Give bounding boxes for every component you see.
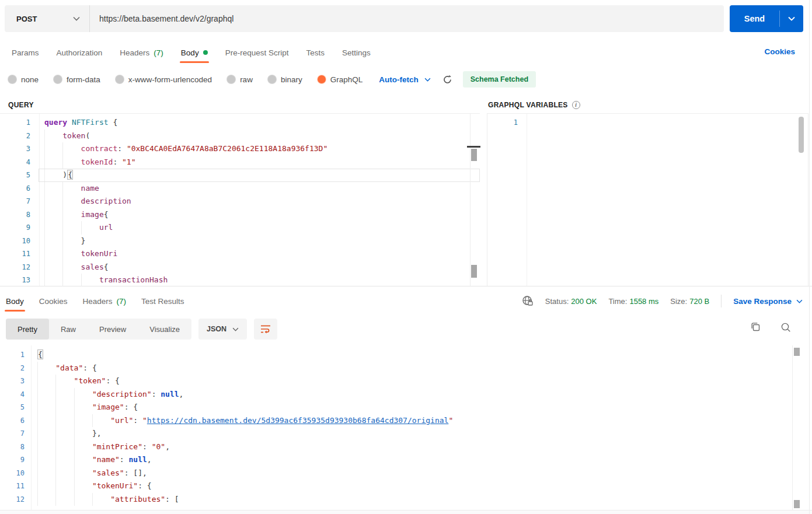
code-token: "url" <box>110 416 133 425</box>
body-mode-form-data[interactable]: form-data <box>54 75 100 84</box>
indent-guide <box>44 156 62 169</box>
response-scrollbar-thumb[interactable] <box>794 500 800 508</box>
cookies-link[interactable]: Cookies <box>764 47 795 56</box>
code-token: transactionHash <box>99 275 168 284</box>
auto-fetch-dropdown[interactable]: Auto-fetch <box>379 75 431 84</box>
refresh-schema-button[interactable] <box>442 75 452 85</box>
body-mode-graphql[interactable]: GraphQL <box>318 75 363 84</box>
indent-guide <box>37 453 55 467</box>
tab-pre-request-script[interactable]: Pre-request Script <box>225 42 289 63</box>
tab-test-results[interactable]: Test Results <box>141 291 184 312</box>
indent-guide <box>44 142 62 156</box>
response-view-toolbar: PrettyRawPreviewVisualize JSON <box>6 319 277 340</box>
tab-body[interactable]: Body <box>181 42 208 63</box>
size-value: 720 B <box>689 297 709 306</box>
horizontal-scrollbar[interactable] <box>0 510 812 514</box>
body-mode-label: none <box>21 75 39 84</box>
code-token: : <box>152 390 161 398</box>
line-number: 6 <box>0 414 30 428</box>
indent-guide <box>37 467 55 480</box>
indent-guide <box>81 221 99 235</box>
view-pretty[interactable]: Pretty <box>6 319 49 340</box>
save-response-button[interactable]: Save Response <box>733 297 803 306</box>
tab-label: Headers <box>83 297 113 306</box>
body-mode-none[interactable]: none <box>8 75 39 84</box>
copy-button[interactable] <box>751 322 761 333</box>
body-mode-label: raw <box>240 75 253 84</box>
wrap-lines-button[interactable] <box>254 319 277 340</box>
code-line: 2"data": { <box>0 362 812 375</box>
tab-body[interactable]: Body <box>6 291 24 312</box>
code-line: 10"sales": [], <box>0 467 812 480</box>
method-dropdown[interactable]: POST <box>5 5 90 32</box>
tab-label: Pre-request Script <box>225 48 289 57</box>
network-lock-icon[interactable] <box>522 295 534 307</box>
indent-guide <box>37 480 55 493</box>
code-token: : { <box>138 481 151 490</box>
code-token: sales <box>81 263 104 271</box>
indent-guide <box>74 440 92 454</box>
code-token: "sales" <box>92 468 124 477</box>
radio-icon <box>8 75 16 83</box>
tab-headers[interactable]: Headers(7) <box>83 291 127 312</box>
code-content: "name": null, <box>30 453 812 467</box>
indent-guide <box>62 247 81 261</box>
send-button[interactable]: Send <box>730 5 803 32</box>
code-content: tokenUri <box>39 247 480 261</box>
send-options-button[interactable] <box>780 16 803 21</box>
code-token: : { <box>83 363 96 372</box>
indent-guide <box>55 414 74 428</box>
code-line: 4tokenId: "1" <box>0 156 480 169</box>
code-token: contract <box>81 144 118 153</box>
query-editor[interactable]: 1query NFTFirst {2token(3contract: "0xBC… <box>0 113 480 286</box>
url-input[interactable]: https://beta.basement.dev/v2/graphql <box>90 14 724 23</box>
response-url-link[interactable]: https://cdn.basement.dev/5d399ac6f35935d… <box>147 416 449 425</box>
tab-settings[interactable]: Settings <box>342 42 371 63</box>
indent-guide <box>37 362 55 375</box>
format-dropdown[interactable]: JSON <box>198 319 247 340</box>
chevron-down-icon <box>232 327 239 331</box>
radio-icon <box>116 75 124 83</box>
line-number: 1 <box>0 116 39 130</box>
response-body-editor[interactable]: 1{2"data": {3"token": {4"description": n… <box>0 345 812 510</box>
size-field: Size:720 B <box>670 297 709 306</box>
code-content: "mintPrice": "0", <box>30 440 812 454</box>
radio-icon <box>318 75 326 83</box>
status-field: Status:200 OK <box>545 297 597 306</box>
code-content: }, <box>30 427 812 440</box>
view-preview[interactable]: Preview <box>88 319 138 340</box>
code-token: " <box>448 416 453 425</box>
chevron-down-icon <box>424 78 431 82</box>
indent-guide <box>62 221 81 235</box>
response-scrollbar-thumb[interactable] <box>794 348 800 356</box>
tab-tests[interactable]: Tests <box>306 42 325 63</box>
indent-guide <box>37 375 55 388</box>
code-token: "mintPrice" <box>92 442 142 451</box>
indent-guide <box>74 493 92 506</box>
query-scrollbar-thumb[interactable] <box>471 149 477 161</box>
chevron-down-icon <box>796 299 803 303</box>
code-line: 7}, <box>0 427 812 440</box>
query-scrollbar-thumb[interactable] <box>471 265 477 278</box>
body-mode-raw[interactable]: raw <box>227 75 253 84</box>
body-mode-binary[interactable]: binary <box>268 75 302 84</box>
tab-authorization[interactable]: Authorization <box>57 42 103 63</box>
indent-guide <box>44 274 62 286</box>
code-line: 1query NFTFirst { <box>0 116 480 130</box>
tab-cookies[interactable]: Cookies <box>39 291 68 312</box>
response-scrollbar-track <box>792 345 793 510</box>
tab-params[interactable]: Params <box>12 42 39 63</box>
code-token: null <box>161 390 179 398</box>
variables-scrollbar-thumb[interactable] <box>799 117 804 153</box>
schema-status-badge: Schema Fetched <box>463 71 536 88</box>
tab-headers[interactable]: Headers(7) <box>120 42 163 63</box>
indent-guide <box>81 274 99 286</box>
view-raw[interactable]: Raw <box>49 319 88 340</box>
variables-editor[interactable]: 1 <box>487 113 808 286</box>
body-mode-x-www-form-urlencoded[interactable]: x-www-form-urlencoded <box>116 75 212 84</box>
response-view-switch: PrettyRawPreviewVisualize <box>6 319 191 340</box>
view-visualize[interactable]: Visualize <box>138 319 191 340</box>
search-button[interactable] <box>780 322 791 333</box>
chevron-down-icon <box>788 16 795 21</box>
refresh-icon <box>442 75 452 85</box>
